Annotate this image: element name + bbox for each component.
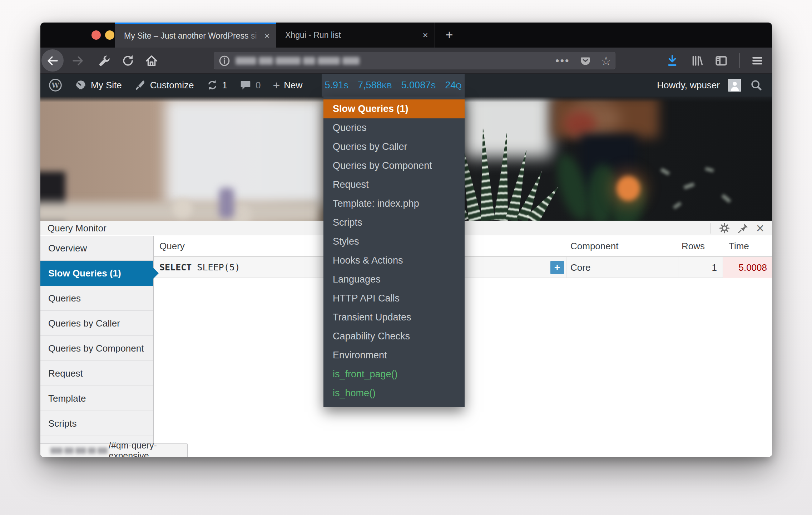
browser-window: My Site – Just another WordPress si × Xh… — [40, 23, 772, 457]
blurred-window-light — [165, 98, 325, 206]
url-text-redacted — [236, 57, 360, 65]
tab-title: Xhgui - Run list — [285, 30, 418, 40]
qm-settings-gear-icon[interactable] — [719, 223, 730, 234]
qm-tab-scripts[interactable]: Scripts — [40, 411, 153, 436]
howdy-account-menu[interactable]: Howdy, wpuser — [657, 80, 720, 91]
qm-col-rows-header[interactable]: Rows — [678, 236, 723, 257]
dashboard-gauge-icon — [75, 79, 87, 91]
avatar[interactable] — [728, 79, 741, 92]
status-url-redacted — [50, 447, 108, 454]
forward-icon[interactable] — [71, 54, 85, 68]
updates-count: 1 — [222, 80, 227, 91]
site-info-icon[interactable] — [218, 55, 231, 67]
qm-sidebar: Overview Slow Queries (1) Queries Querie… — [40, 236, 154, 457]
qm-menu-environment[interactable]: Environment — [323, 346, 465, 365]
page-actions-icon[interactable]: ••• — [555, 57, 570, 64]
qm-tab-template[interactable]: Template — [40, 386, 153, 411]
qm-tab-queries[interactable]: Queries — [40, 286, 153, 311]
qm-menu-slow-queries[interactable]: Slow Queries (1) — [323, 99, 465, 118]
qm-menu-request[interactable]: Request — [323, 175, 465, 194]
desktop-background: My Site – Just another WordPress si × Xh… — [0, 0, 812, 515]
comments-count: 0 — [256, 80, 261, 91]
tab-close-icon[interactable]: × — [418, 30, 432, 41]
qm-menu-languages[interactable]: Languages — [323, 270, 465, 289]
qm-menu-capability-checks[interactable]: Capability Checks — [323, 327, 465, 346]
qm-titlebar-separator — [710, 223, 711, 234]
qm-stat-query-count[interactable]: 24q — [445, 80, 461, 91]
minimize-window-button[interactable] — [105, 30, 114, 40]
qm-menu-styles[interactable]: Styles — [323, 232, 465, 251]
updates-menu[interactable]: 1 — [206, 79, 227, 91]
svg-text:W: W — [51, 81, 59, 89]
qm-expand-toggle-button[interactable]: + — [550, 261, 564, 274]
qm-col-component-header[interactable]: Component — [570, 236, 618, 257]
plus-icon: + — [273, 81, 280, 89]
bokeh-light — [617, 176, 640, 201]
qm-tab-slow-queries[interactable]: Slow Queries (1) — [40, 261, 153, 286]
customize-label: Customize — [150, 80, 194, 91]
comment-bubble-icon — [239, 79, 252, 91]
qm-tab-queries-by-caller[interactable]: Queries by Caller — [40, 311, 153, 336]
qm-menu-queries-by-caller[interactable]: Queries by Caller — [323, 137, 465, 156]
qm-col-time-header[interactable]: Time — [729, 236, 749, 257]
search-icon[interactable] — [750, 79, 763, 92]
new-content-menu[interactable]: + New — [273, 80, 302, 91]
pocket-icon[interactable] — [579, 55, 591, 67]
qm-menu-template[interactable]: Template: index.php — [323, 194, 465, 213]
qm-menu-queries[interactable]: Queries — [323, 118, 465, 137]
tab-my-site[interactable]: My Site – Just another WordPress si × — [115, 23, 276, 48]
qm-col-query-header[interactable]: Query — [159, 236, 185, 257]
user-silhouette-icon — [729, 80, 740, 91]
query-monitor-admin-bar-menu[interactable]: 5.91s 7,588kb 5.0087s 24q — [322, 74, 465, 97]
qm-stat-query-time[interactable]: 5.0087s — [401, 80, 436, 91]
new-tab-button[interactable]: + — [441, 28, 457, 43]
comments-menu[interactable]: 0 — [239, 79, 261, 91]
qm-pin-panel-icon[interactable] — [738, 223, 748, 234]
qm-menu-hooks-actions[interactable]: Hooks & Actions — [323, 251, 465, 270]
tab-strip: My Site – Just another WordPress si × Xh… — [40, 23, 772, 48]
url-bar[interactable]: ••• ☆ — [214, 52, 615, 69]
tab-xhgui[interactable]: Xhgui - Run list × — [276, 23, 435, 48]
my-site-label: My Site — [91, 80, 122, 91]
close-window-button[interactable] — [91, 30, 101, 40]
updates-cycle-icon — [206, 79, 218, 91]
new-label: New — [284, 80, 302, 91]
tab-title: My Site – Just another WordPress si — [124, 31, 260, 41]
qm-menu-transient-updates[interactable]: Transient Updates — [323, 308, 465, 327]
qm-query-rows: 1 — [678, 257, 717, 278]
hamburger-menu-icon[interactable] — [751, 54, 764, 68]
qm-stat-memory[interactable]: 7,588kb — [358, 80, 392, 91]
qm-tab-request[interactable]: Request — [40, 361, 153, 386]
paintbrush-icon — [134, 79, 146, 91]
reload-icon[interactable] — [121, 54, 135, 68]
qm-query-sql: SELECT SLEEP(5) — [159, 257, 240, 278]
qm-query-time: 5.0008 — [723, 257, 772, 278]
my-site-menu[interactable]: My Site — [75, 79, 122, 91]
home-icon[interactable] — [145, 54, 158, 68]
qm-stat-page-time[interactable]: 5.91s — [325, 80, 348, 91]
tab-close-icon[interactable]: × — [260, 30, 274, 41]
page-tools-wrench-icon[interactable] — [97, 54, 110, 68]
download-icon[interactable] — [665, 54, 679, 68]
wp-admin-bar: W My Site Customize 1 0 + — [40, 74, 772, 97]
bookmark-star-icon[interactable]: ☆ — [601, 54, 612, 68]
qm-menu-http-api-calls[interactable]: HTTP API Calls — [323, 289, 465, 308]
link-status-tooltip: /#qm-query-expensive — [40, 443, 188, 457]
qm-menu-is-front-page[interactable]: is_front_page() — [323, 365, 465, 384]
back-icon[interactable] — [46, 54, 59, 68]
qm-menu-queries-by-component[interactable]: Queries by Component — [323, 156, 465, 175]
toolbar-separator — [739, 53, 740, 68]
wordpress-logo-icon[interactable]: W — [48, 78, 63, 92]
sidebar-toggle-icon[interactable] — [714, 54, 728, 68]
navigation-toolbar: ••• ☆ — [40, 48, 772, 74]
qm-menu-is-home[interactable]: is_home() — [323, 384, 465, 403]
qm-tab-queries-by-component[interactable]: Queries by Component — [40, 336, 153, 361]
qm-query-component: Core — [570, 257, 590, 278]
qm-close-panel-icon[interactable]: × — [756, 223, 764, 234]
qm-panel-title: Query Monitor — [48, 223, 107, 234]
qm-tab-overview[interactable]: Overview — [40, 236, 153, 261]
library-icon[interactable] — [690, 54, 703, 68]
customize-menu[interactable]: Customize — [134, 79, 194, 91]
status-url-suffix: /#qm-query-expensive — [109, 440, 187, 457]
qm-menu-scripts[interactable]: Scripts — [323, 213, 465, 232]
